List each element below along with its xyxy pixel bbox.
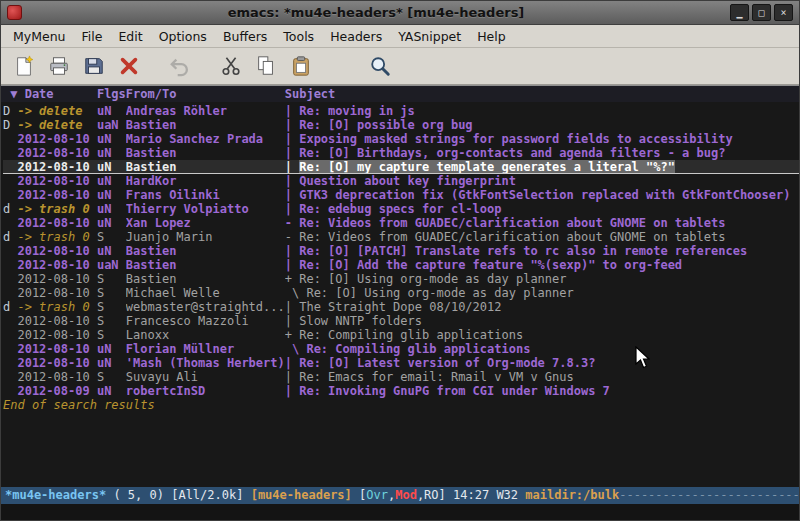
- titlebar[interactable]: emacs: *mu4e-headers* [mu4e-headers] ▁ □…: [1, 1, 799, 25]
- menu-file[interactable]: File: [74, 26, 111, 47]
- column-date[interactable]: ▼ Date: [3, 86, 97, 102]
- print-icon[interactable]: [46, 54, 71, 79]
- header-row[interactable]: 2012-08-10SSuvayu Ali| Re: Emacs for ema…: [3, 370, 799, 384]
- message-date: 2012-08-10: [17, 314, 96, 328]
- header-row[interactable]: 2012-08-10uNBastien| Re: [O] [PATCH] Tra…: [3, 244, 799, 258]
- header-row[interactable]: d-> trash 0uNThierry Volpiatto| Re: edeb…: [3, 202, 799, 216]
- mark-target: -> trash 0: [17, 230, 96, 244]
- header-row[interactable]: 2012-08-10SLanoxx+ Re: Compiling glib ap…: [3, 328, 799, 342]
- menu-tools[interactable]: Tools: [275, 26, 322, 47]
- window-title: emacs: *mu4e-headers* [mu4e-headers]: [28, 5, 724, 20]
- message-date: 2012-08-10: [17, 370, 96, 384]
- header-row[interactable]: 2012-08-10uNMario Sanchez Prada| Exposin…: [3, 132, 799, 146]
- message-date: 2012-08-10: [17, 272, 96, 286]
- header-row[interactable]: d-> trash 0SJuanjo Marin- Re: Videos fro…: [3, 230, 799, 244]
- message-date: 2012-08-10: [17, 286, 96, 300]
- menu-buffers[interactable]: Buffers: [215, 26, 275, 47]
- modeline-segment: [All/2.0k]: [171, 488, 250, 502]
- header-row[interactable]: 2012-08-10uNXan Lopez- Re: Videos from G…: [3, 216, 799, 230]
- message-date: 2012-08-10: [17, 328, 96, 342]
- cut-icon[interactable]: [218, 54, 243, 79]
- message-date: 2012-08-10: [17, 132, 96, 146]
- header-row[interactable]: d-> trash 0Swebmaster@straightd...| The …: [3, 300, 799, 314]
- message-date: 2012-08-10: [17, 146, 96, 160]
- modeline-segment: [mu4e-headers]: [251, 488, 359, 502]
- header-row[interactable]: 2012-08-10uNBastien| Re: [O] my capture …: [3, 160, 799, 174]
- save-icon[interactable]: [81, 54, 106, 79]
- modeline: *mu4e-headers* ( 5, 0) [All/2.0k] [mu4e-…: [1, 487, 799, 504]
- header-row[interactable]: 2012-08-10uNBastien| Re: [O] Birthdays, …: [3, 146, 799, 160]
- header-row[interactable]: D-> deleteuNAndreas Röhler| Re: moving i…: [3, 104, 799, 118]
- end-of-results: End of search results: [3, 398, 799, 412]
- header-row[interactable]: 2012-08-10SBastien+ Re: [O] Using org-mo…: [3, 272, 799, 286]
- minibuffer[interactable]: [1, 504, 799, 520]
- menu-edit[interactable]: Edit: [110, 26, 150, 47]
- paste-icon[interactable]: [288, 54, 313, 79]
- header-row[interactable]: D-> deleteuaNBastien| Re: [O] possible o…: [3, 118, 799, 132]
- modeline-segment: 14:27: [453, 488, 496, 502]
- modeline-segment: W32: [496, 488, 525, 502]
- message-date: 2012-08-10: [17, 356, 96, 370]
- close-button[interactable]: ×: [774, 4, 793, 21]
- header-row[interactable]: 2012-08-10SMichael Welle \ Re: [O] Using…: [3, 286, 799, 300]
- header-row[interactable]: 2012-08-10uNFlorian Müllner \ Re: Compil…: [3, 342, 799, 356]
- header-row[interactable]: 2012-08-10uN'Mash (Thomas Herbert)| Re: …: [3, 356, 799, 370]
- emacs-app-icon: [7, 5, 22, 20]
- modeline-segment: *mu4e-headers*: [5, 488, 106, 502]
- new-file-icon[interactable]: [11, 54, 36, 79]
- modeline-segment: ( 5, 0): [106, 488, 171, 502]
- copy-icon[interactable]: [253, 54, 278, 79]
- headers-list: D-> deleteuNAndreas Röhler| Re: moving i…: [1, 102, 799, 487]
- header-row[interactable]: 2012-08-10uNFrans Oilinki| GTK3 deprecat…: [3, 188, 799, 202]
- modeline-segment: maildir:/bulk: [525, 488, 619, 502]
- mark-target: -> delete: [17, 104, 96, 118]
- menubar: MyMenuFileEditOptionsBuffersToolsHeaders…: [1, 25, 799, 48]
- mark-target: -> trash 0: [17, 202, 96, 216]
- modeline-segment: ,RO]: [417, 488, 453, 502]
- modeline-segment: Mod: [395, 488, 417, 502]
- emacs-window: emacs: *mu4e-headers* [mu4e-headers] ▁ □…: [0, 0, 800, 521]
- message-date: 2012-08-10: [17, 216, 96, 230]
- menu-mymenu[interactable]: MyMenu: [5, 26, 74, 47]
- message-date: 2012-08-09: [17, 384, 96, 398]
- header-row[interactable]: 2012-08-09uNrobertcInSD| Re: Invoking Gn…: [3, 384, 799, 398]
- message-date: 2012-08-10: [17, 188, 96, 202]
- header-row[interactable]: 2012-08-10uaNBastien| Re: [O] Add the ca…: [3, 258, 799, 272]
- window-buttons: ▁ □ ×: [730, 4, 793, 21]
- menu-help[interactable]: Help: [469, 26, 514, 47]
- message-date: 2012-08-10: [17, 342, 96, 356]
- column-flags[interactable]: Flgs: [97, 86, 126, 102]
- toolbar: [1, 48, 799, 85]
- modeline-segment: ----------------------------------------…: [619, 488, 799, 502]
- minimize-button[interactable]: ▁: [730, 4, 749, 21]
- column-from[interactable]: From/To: [126, 86, 285, 102]
- mark-target: -> delete: [17, 118, 96, 132]
- message-date: 2012-08-10: [17, 174, 96, 188]
- menu-yasnippet[interactable]: YASnippet: [390, 26, 469, 47]
- message-date: 2012-08-10: [17, 258, 96, 272]
- column-subject[interactable]: Subject: [285, 86, 336, 102]
- message-date: 2012-08-10: [17, 244, 96, 258]
- headers-column-header[interactable]: ▼ Date Flgs From/To Subject: [1, 85, 799, 102]
- menu-headers[interactable]: Headers: [322, 26, 390, 47]
- search-icon[interactable]: [367, 54, 392, 79]
- message-date: 2012-08-10: [17, 160, 96, 173]
- close-buffer-icon[interactable]: [116, 54, 141, 79]
- header-row[interactable]: 2012-08-10SFrancesco Mazzoli| Slow NNTP …: [3, 314, 799, 328]
- modeline-segment: Ovr: [366, 488, 388, 502]
- undo-icon: [167, 54, 192, 79]
- maximize-button[interactable]: □: [752, 4, 771, 21]
- header-row[interactable]: 2012-08-10uNHardKor| Question about key …: [3, 174, 799, 188]
- mark-target: -> trash 0: [17, 300, 96, 314]
- menu-options[interactable]: Options: [151, 26, 215, 47]
